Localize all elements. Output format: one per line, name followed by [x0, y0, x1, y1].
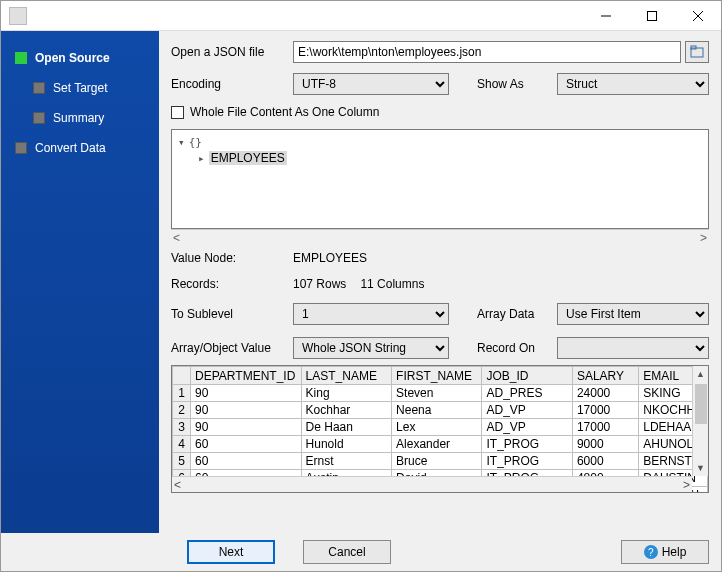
footer-buttons: Next Cancel ?Help	[1, 533, 721, 571]
step-icon	[33, 112, 45, 124]
sidebar-item-label: Open Source	[35, 51, 110, 65]
to-sublevel-label: To Sublevel	[171, 307, 293, 321]
show-as-label: Show As	[477, 77, 557, 91]
column-header[interactable]: LAST_NAME	[301, 367, 391, 385]
whole-file-label: Whole File Content As One Column	[190, 105, 379, 119]
expand-icon[interactable]: ▸	[198, 152, 205, 165]
encoding-label: Encoding	[171, 77, 293, 91]
cell[interactable]: 60	[191, 436, 302, 453]
preview-grid[interactable]: DEPARTMENT_IDLAST_NAMEFIRST_NAMEJOB_IDSA…	[171, 365, 709, 493]
column-header[interactable]: FIRST_NAME	[392, 367, 482, 385]
sidebar-item-label: Summary	[53, 111, 104, 125]
help-button[interactable]: ?Help	[621, 540, 709, 564]
cell[interactable]: AD_PRES	[482, 385, 572, 402]
table-row[interactable]: 290KochharNeenaAD_VP17000NKOCHH	[173, 402, 708, 419]
cell[interactable]: King	[301, 385, 391, 402]
cell[interactable]: Bruce	[392, 453, 482, 470]
cell[interactable]: Lex	[392, 419, 482, 436]
cell[interactable]: 17000	[572, 402, 638, 419]
step-icon	[33, 82, 45, 94]
encoding-select[interactable]: UTF-8	[293, 73, 449, 95]
table-row[interactable]: 560ErnstBruceIT_PROG6000BERNST	[173, 453, 708, 470]
array-data-label: Array Data	[477, 307, 557, 321]
cell[interactable]: 90	[191, 385, 302, 402]
table-row[interactable]: 190KingStevenAD_PRES24000SKING	[173, 385, 708, 402]
record-on-label: Record On	[477, 341, 557, 355]
cell[interactable]: Kochhar	[301, 402, 391, 419]
cell[interactable]: 17000	[572, 419, 638, 436]
json-tree[interactable]: ▾{} ▸EMPLOYEES	[171, 129, 709, 229]
row-number: 3	[173, 419, 191, 436]
cell[interactable]: Neena	[392, 402, 482, 419]
records-cols: 11 Columns	[360, 277, 424, 291]
cell[interactable]: De Haan	[301, 419, 391, 436]
array-object-value-label: Array/Object Value	[171, 341, 293, 355]
array-data-select[interactable]: Use First Item	[557, 303, 709, 325]
to-sublevel-select[interactable]: 1	[293, 303, 449, 325]
svg-rect-1	[648, 11, 657, 20]
tree-node-employees[interactable]: EMPLOYEES	[209, 151, 287, 165]
cell[interactable]: AD_VP	[482, 402, 572, 419]
wizard-sidebar: Open Source Set Target Summary Convert D…	[1, 31, 159, 533]
browse-button[interactable]	[685, 41, 709, 63]
row-number: 1	[173, 385, 191, 402]
array-object-value-select[interactable]: Whole JSON String	[293, 337, 449, 359]
close-button[interactable]	[675, 1, 721, 31]
open-file-label: Open a JSON file	[171, 45, 293, 59]
object-icon: {}	[189, 136, 202, 149]
content-panel: Open a JSON file Encoding UTF-8 Show As …	[159, 31, 721, 533]
file-path-input[interactable]	[293, 41, 681, 63]
column-header[interactable]: JOB_ID	[482, 367, 572, 385]
minimize-button[interactable]	[583, 1, 629, 31]
value-node-label: Value Node:	[171, 251, 293, 265]
column-header[interactable]: SALARY	[572, 367, 638, 385]
cell[interactable]: 24000	[572, 385, 638, 402]
grid-hscrollbar[interactable]: <>	[172, 476, 692, 492]
help-icon: ?	[644, 545, 658, 559]
column-header[interactable]: DEPARTMENT_ID	[191, 367, 302, 385]
cancel-button[interactable]: Cancel	[303, 540, 391, 564]
show-as-select[interactable]: Struct	[557, 73, 709, 95]
cell[interactable]: Hunold	[301, 436, 391, 453]
value-node-value: EMPLOYEES	[293, 251, 367, 265]
maximize-button[interactable]	[629, 1, 675, 31]
cell[interactable]: IT_PROG	[482, 453, 572, 470]
record-on-select[interactable]	[557, 337, 709, 359]
step-icon	[15, 52, 27, 64]
cell[interactable]: 6000	[572, 453, 638, 470]
sidebar-item-open-source[interactable]: Open Source	[1, 43, 159, 73]
cell[interactable]: 9000	[572, 436, 638, 453]
grid-vscrollbar[interactable]: ▲▼	[692, 366, 708, 476]
folder-icon	[690, 45, 704, 59]
cell[interactable]: 60	[191, 453, 302, 470]
sidebar-item-label: Set Target	[53, 81, 107, 95]
sidebar-item-summary[interactable]: Summary	[19, 103, 159, 133]
records-label: Records:	[171, 277, 293, 291]
table-row[interactable]: 390De HaanLexAD_VP17000LDEHAAN	[173, 419, 708, 436]
app-icon	[9, 7, 27, 25]
cell[interactable]: AD_VP	[482, 419, 572, 436]
cell[interactable]: 90	[191, 402, 302, 419]
records-rows: 107 Rows	[293, 277, 346, 291]
cell[interactable]: Steven	[392, 385, 482, 402]
sidebar-item-label: Convert Data	[35, 141, 106, 155]
row-number: 2	[173, 402, 191, 419]
cell[interactable]: Ernst	[301, 453, 391, 470]
whole-file-checkbox[interactable]	[171, 106, 184, 119]
row-number: 4	[173, 436, 191, 453]
sidebar-item-convert-data[interactable]: Convert Data	[1, 133, 159, 163]
sidebar-item-set-target[interactable]: Set Target	[19, 73, 159, 103]
tree-hscrollbar[interactable]: <>	[171, 229, 709, 245]
step-icon	[15, 142, 27, 154]
cell[interactable]: Alexander	[392, 436, 482, 453]
table-row[interactable]: 460HunoldAlexanderIT_PROG9000AHUNOL	[173, 436, 708, 453]
titlebar	[1, 1, 721, 31]
next-button[interactable]: Next	[187, 540, 275, 564]
cell[interactable]: IT_PROG	[482, 436, 572, 453]
cell[interactable]: 90	[191, 419, 302, 436]
expand-icon[interactable]: ▾	[178, 136, 185, 149]
row-number: 5	[173, 453, 191, 470]
